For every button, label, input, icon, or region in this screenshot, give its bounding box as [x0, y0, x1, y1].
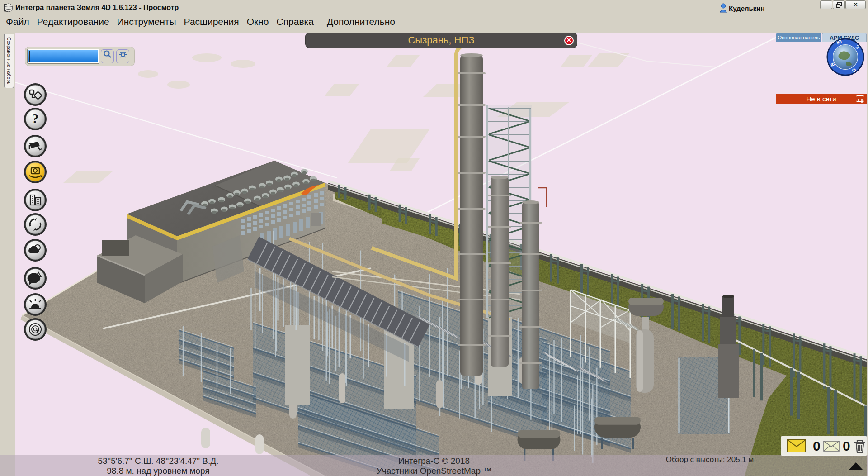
svg-text:?: ?: [32, 111, 39, 126]
svg-text:0: 0: [843, 438, 850, 453]
svg-text:0: 0: [813, 438, 821, 453]
